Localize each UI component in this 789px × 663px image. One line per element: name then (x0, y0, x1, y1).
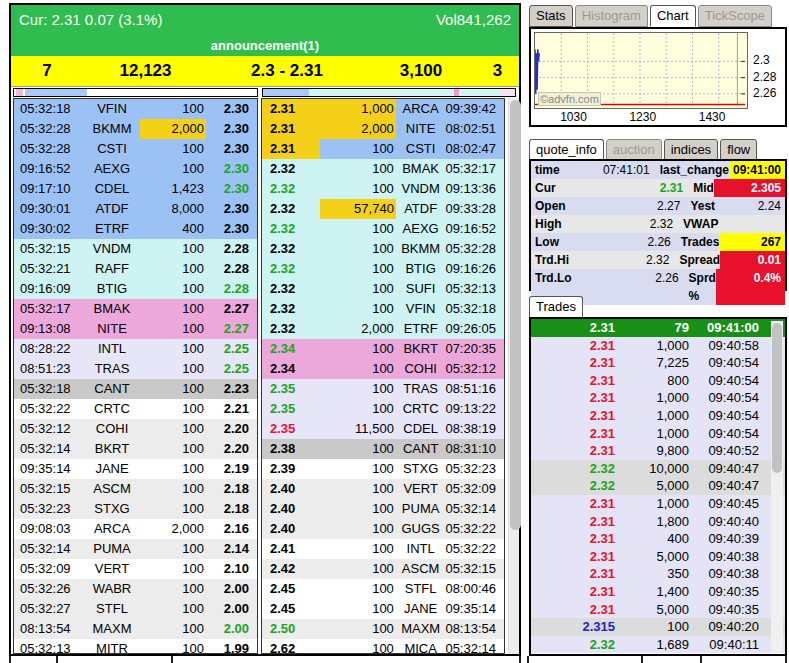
bid-row[interactable]: 05:32:27STFL1002.00 (14, 599, 257, 619)
ask-row[interactable]: 2.32100SUFI05:32:13 (262, 279, 504, 299)
announcement-link[interactable]: announcement(1) (11, 34, 519, 56)
tab-quote-info[interactable]: quote_info (529, 139, 604, 161)
bid-row[interactable]: 05:32:21RAFF1002.28 (14, 259, 257, 279)
ask-row[interactable]: 2.3257,740ATDF09:33:28 (262, 199, 504, 219)
tab-flow[interactable]: flow (720, 139, 757, 161)
ask-row[interactable]: 2.31100CSTI08:02:47 (262, 139, 504, 159)
ask-size: 1,000 (320, 99, 396, 119)
ask-row[interactable]: 2.312,000NITE08:02:51 (262, 119, 504, 139)
quote-label: Sprd % (679, 269, 716, 305)
ask-row[interactable]: 2.32100BKMM05:32:28 (262, 239, 504, 259)
announcement-label: announcement(1) (211, 38, 319, 53)
bid-row[interactable]: 08:51:23TRAS1002.25 (14, 359, 257, 379)
tab-indices[interactable]: indices (664, 139, 718, 161)
bid-row[interactable]: 05:32:18CANT1002.23 (14, 379, 257, 399)
bid-row[interactable]: 05:32:15VNDM1002.28 (14, 239, 257, 259)
ask-row[interactable]: 2.62100MICA05:32:14 (262, 639, 504, 654)
bid-row[interactable]: 09:35:14JANE1002.19 (14, 459, 257, 479)
bid-row[interactable]: 05:32:23STXG1002.18 (14, 499, 257, 519)
right-panel: StatsHistogramChartTickScope ©advfn.com … (527, 0, 789, 663)
quote-value: 2.27 (595, 197, 680, 215)
bid-row[interactable]: 09:17:10CDEL1,4232.30 (14, 179, 257, 199)
tab-auction[interactable]: auction (606, 139, 662, 161)
ask-row[interactable]: 2.32100VFIN05:32:18 (262, 299, 504, 319)
ask-row[interactable]: 2.32100BMAK05:32:17 (262, 159, 504, 179)
bid-row[interactable]: 09:13:08NITE1002.27 (14, 319, 257, 339)
ask-price: 2.32 (262, 179, 320, 199)
ask-row[interactable]: 2.45100STFL08:00:46 (262, 579, 504, 599)
trade-price: 2.31 (531, 601, 615, 619)
ask-mm-code: BTIG (396, 259, 446, 279)
bid-row[interactable]: 08:13:54MAXM1002.00 (14, 619, 257, 639)
bid-row[interactable]: 09:08:03ARCA2,0002.16 (14, 519, 257, 539)
tab-tickscope[interactable]: TickScope (698, 5, 772, 27)
ask-row[interactable]: 2.35100CRTC09:13:22 (262, 399, 504, 419)
ask-price: 2.35 (262, 399, 320, 419)
ask-row[interactable]: 2.34100COHI05:32:12 (262, 359, 504, 379)
ask-price: 2.32 (262, 259, 320, 279)
ask-row[interactable]: 2.40100GUGS05:32:22 (262, 519, 504, 539)
bid-row[interactable]: 09:30:01ATDF8,0002.30 (14, 199, 257, 219)
ask-row[interactable]: 2.34100BKRT07:20:35 (262, 339, 504, 359)
ask-row[interactable]: 2.32100AEXG09:16:52 (262, 219, 504, 239)
ask-price: 2.35 (262, 419, 320, 439)
ask-row[interactable]: 2.39100STXG05:32:23 (262, 459, 504, 479)
tab-chart[interactable]: Chart (650, 5, 696, 27)
ask-mm-code: CDEL (396, 419, 446, 439)
ask-row[interactable]: 2.41100INTL05:32:22 (262, 539, 504, 559)
trade-row: 2.315,00009:40:35 (531, 601, 785, 619)
bid-row[interactable]: 05:32:14PUMA1002.14 (14, 539, 257, 559)
bid-size: 100 (140, 639, 206, 654)
tab-trades[interactable]: Trades (529, 296, 583, 318)
ask-row[interactable]: 2.50100MAXM08:13:54 (262, 619, 504, 639)
bid-row[interactable]: 05:32:22CRTC1002.21 (14, 399, 257, 419)
ask-row[interactable]: 2.40100PUMA05:32:14 (262, 499, 504, 519)
ask-size: 100 (320, 339, 396, 359)
ask-row[interactable]: 2.311,000ARCA09:39:42 (262, 99, 504, 119)
bid-row[interactable]: 05:32:14BKRT1002.20 (14, 439, 257, 459)
book-scrollbar-thumb[interactable] (510, 100, 521, 530)
bid-row[interactable]: 08:28:22INTL1002.25 (14, 339, 257, 359)
ask-time: 08:31:10 (445, 439, 504, 459)
ask-row[interactable]: 2.38100CANT08:31:10 (262, 439, 504, 459)
bid-row[interactable]: 05:32:28BKMM2,0002.30 (14, 119, 257, 139)
bid-row[interactable]: 05:32:09VERT1002.10 (14, 559, 257, 579)
ask-row[interactable]: 2.3511,500CDEL08:38:19 (262, 419, 504, 439)
ask-mm-code: COHI (396, 359, 446, 379)
bid-row[interactable]: 05:32:15ASCM1002.18 (14, 479, 257, 499)
ask-mm-code: AEXG (396, 219, 446, 239)
tab-stats[interactable]: Stats (529, 5, 573, 27)
bid-row[interactable]: 05:32:13MITR1001.99 (14, 639, 257, 654)
ask-row[interactable]: 2.40100VERT05:32:09 (262, 479, 504, 499)
bid-row[interactable]: 09:16:52AEXG1002.30 (14, 159, 257, 179)
ask-row[interactable]: 2.35100TRAS08:51:16 (262, 379, 504, 399)
bid-row[interactable]: 05:32:17BMAK1002.27 (14, 299, 257, 319)
quote-value (718, 215, 785, 233)
ask-row[interactable]: 2.42100ASCM05:32:15 (262, 559, 504, 579)
ask-size: 11,500 (320, 419, 396, 439)
bid-mm-code: ARCA (84, 519, 140, 539)
ask-row[interactable]: 2.322,000ETRF09:26:05 (262, 319, 504, 339)
bid-row[interactable]: 05:32:18VFIN1002.30 (14, 99, 257, 119)
tab-histogram[interactable]: Histogram (575, 5, 648, 27)
bid-time: 09:17:10 (14, 179, 84, 199)
bid-time: 05:32:22 (14, 399, 84, 419)
book-scrollbar[interactable] (508, 98, 519, 654)
ask-row[interactable]: 2.45100JANE09:35:14 (262, 599, 504, 619)
bid-row[interactable]: 05:32:26WABR1002.00 (14, 579, 257, 599)
trades-scrollbar[interactable] (771, 321, 783, 652)
bid-row[interactable]: 09:16:09BTIG1002.28 (14, 279, 257, 299)
bid-size: 100 (140, 379, 206, 399)
bid-row[interactable]: 05:32:12COHI1002.20 (14, 419, 257, 439)
bid-price: 2.25 (206, 339, 257, 359)
bid-price: 2.20 (206, 439, 257, 459)
ask-row[interactable]: 2.32100VNDM09:13:36 (262, 179, 504, 199)
bid-row[interactable]: 05:32:28CSTI1002.30 (14, 139, 257, 159)
trades-scrollbar-thumb[interactable] (772, 323, 782, 473)
bid-row[interactable]: 09:30:02ETRF4002.30 (14, 219, 257, 239)
ask-mm-code: INTL (396, 539, 446, 559)
ask-row[interactable]: 2.32100BTIG09:16:26 (262, 259, 504, 279)
price-chart: ©advfn.com (534, 32, 748, 109)
clipped-divider (641, 656, 643, 663)
trade-price: 2.31 (531, 583, 615, 601)
